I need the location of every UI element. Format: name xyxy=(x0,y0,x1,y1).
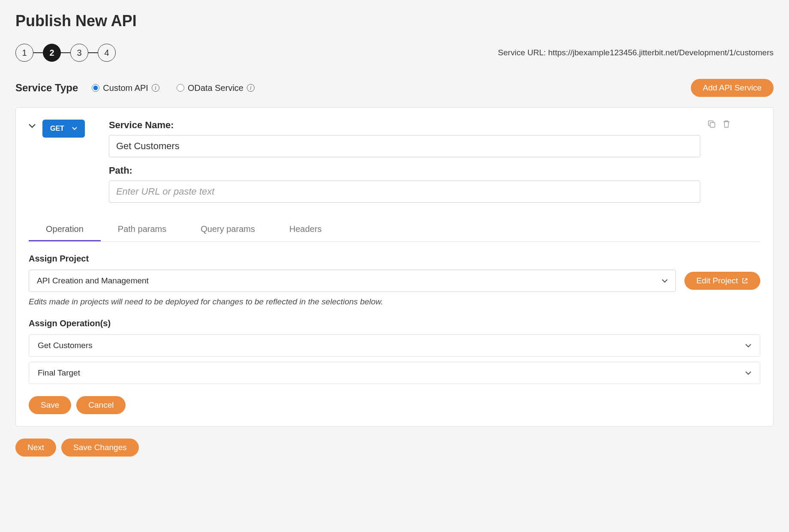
radio-custom-api-input[interactable] xyxy=(92,84,99,92)
service-type-left: Service Type Custom API i OData Service … xyxy=(15,82,255,94)
service-name-input[interactable] xyxy=(109,135,700,157)
service-card: GET Service Name: Path: Operation Path p… xyxy=(15,107,774,427)
service-url-value: https://jbexample123456.jitterbit.net/De… xyxy=(548,48,774,57)
radio-odata-input[interactable] xyxy=(177,84,184,92)
info-icon[interactable]: i xyxy=(247,84,255,92)
service-type-label: Service Type xyxy=(15,82,78,94)
next-button[interactable]: Next xyxy=(15,439,56,457)
project-hint: Edits made in projects will need to be d… xyxy=(29,297,760,307)
step-connector xyxy=(88,52,98,53)
path-label: Path: xyxy=(109,165,700,176)
service-url-label: Service URL: xyxy=(498,48,548,57)
save-changes-button[interactable]: Save Changes xyxy=(61,439,139,457)
delete-icon[interactable] xyxy=(723,120,730,128)
tab-headers[interactable]: Headers xyxy=(272,218,339,241)
service-name-label: Service Name: xyxy=(109,120,700,131)
radio-odata[interactable]: OData Service i xyxy=(177,83,255,93)
tab-operation[interactable]: Operation xyxy=(29,218,101,241)
collapse-toggle-icon[interactable] xyxy=(29,120,36,128)
step-connector xyxy=(33,52,43,53)
project-select[interactable]: API Creation and Management xyxy=(29,270,676,292)
cancel-button[interactable]: Cancel xyxy=(76,396,126,414)
step-3[interactable]: 3 xyxy=(70,44,88,62)
copy-icon[interactable] xyxy=(707,120,716,128)
assign-project-label: Assign Project xyxy=(29,254,760,264)
svg-rect-1 xyxy=(710,123,715,127)
top-row: 1 2 3 4 Service URL: https://jbexample12… xyxy=(15,44,774,62)
http-method-value: GET xyxy=(50,125,64,132)
project-row: API Creation and Management Edit Project xyxy=(29,270,760,292)
step-connector xyxy=(61,52,70,53)
assign-operations-label: Assign Operation(s) xyxy=(29,319,760,328)
external-link-icon xyxy=(741,277,748,284)
radio-custom-api-label: Custom API xyxy=(103,83,148,93)
project-select-value: API Creation and Management xyxy=(37,276,149,286)
chevron-down-icon xyxy=(662,279,668,283)
step-1[interactable]: 1 xyxy=(15,44,33,62)
info-icon[interactable]: i xyxy=(152,84,159,92)
tab-path-params[interactable]: Path params xyxy=(101,218,183,241)
card-header: GET Service Name: Path: xyxy=(29,120,760,210)
http-method-dropdown[interactable]: GET xyxy=(42,120,85,138)
chevron-down-icon xyxy=(745,344,751,348)
edit-project-label: Edit Project xyxy=(696,276,738,286)
stepper: 1 2 3 4 xyxy=(15,44,116,62)
chevron-down-icon xyxy=(72,127,77,130)
step-4[interactable]: 4 xyxy=(98,44,116,62)
operation-select-1[interactable]: Get Customers xyxy=(29,334,760,357)
operation-value: Get Customers xyxy=(38,341,93,350)
operation-value: Final Target xyxy=(38,368,80,378)
add-api-service-button[interactable]: Add API Service xyxy=(691,79,774,97)
step-2[interactable]: 2 xyxy=(43,44,61,62)
radio-custom-api[interactable]: Custom API i xyxy=(92,83,159,93)
radio-odata-label: OData Service xyxy=(188,83,243,93)
operation-select-2[interactable]: Final Target xyxy=(29,362,760,384)
card-actions xyxy=(707,120,730,128)
save-button[interactable]: Save xyxy=(29,396,71,414)
page-title: Publish New API xyxy=(15,12,774,30)
tab-query-params[interactable]: Query params xyxy=(183,218,272,241)
service-url: Service URL: https://jbexample123456.jit… xyxy=(498,48,774,57)
path-input[interactable] xyxy=(109,180,700,203)
edit-project-button[interactable]: Edit Project xyxy=(684,272,760,290)
radio-group: Custom API i OData Service i xyxy=(92,83,255,93)
service-fields: Service Name: Path: xyxy=(109,120,700,210)
card-button-row: Save Cancel xyxy=(29,396,760,414)
bottom-buttons: Next Save Changes xyxy=(15,439,774,457)
tabs: Operation Path params Query params Heade… xyxy=(29,218,760,242)
service-type-row: Service Type Custom API i OData Service … xyxy=(15,79,774,97)
chevron-down-icon xyxy=(745,371,751,375)
